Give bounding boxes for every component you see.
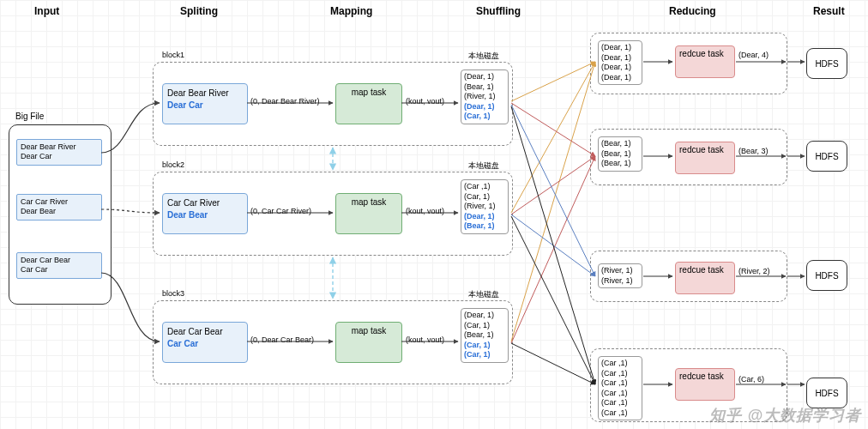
kv: (Dear, 1) — [601, 43, 639, 53]
split-box: Dear Bear River Dear Car — [162, 83, 248, 124]
disk-label: 本地磁盘 — [468, 289, 499, 300]
kv: (Bear, 1) — [464, 330, 505, 341]
kv: (Car, 1) — [464, 350, 505, 360]
kv: (Car, 1) — [464, 321, 505, 331]
kv: (Dear, 1) — [464, 102, 505, 112]
split-line: Car Car River — [167, 197, 243, 209]
header-splitting: Spliting — [180, 5, 218, 17]
input-block-1: Dear Bear River Dear Car — [16, 139, 102, 166]
kv: (River, 1) — [601, 266, 639, 276]
kv: (River, 1) — [601, 276, 639, 287]
disk-label: 本地磁盘 — [468, 160, 499, 172]
map-output-list: (Car ,1) (Car, 1) (River, 1) (Dear, 1) (… — [461, 179, 509, 234]
kv: (Car ,1) — [601, 359, 639, 369]
reduce-task: redcue task — [675, 368, 735, 401]
split-line: Dear Car Bear — [167, 326, 243, 338]
reduce-output: (River, 2) — [738, 267, 770, 275]
header-result: Result — [813, 5, 845, 17]
split-line2: Dear Bear — [167, 209, 243, 221]
input-block-3: Dear Car Bear Car Car — [16, 252, 102, 279]
kv-output: (kout, vout) — [406, 335, 444, 344]
kv: (Dear, 1) — [601, 63, 639, 73]
reduce-input: (River, 1) (River, 1) — [598, 263, 642, 288]
map-output-list: (Dear, 1) (Bear, 1) (River, 1) (Dear, 1)… — [461, 69, 509, 124]
kv: (Bear, 1) — [464, 82, 505, 93]
kv: (Dear, 1) — [601, 73, 639, 83]
split-line2: Dear Car — [167, 100, 243, 112]
header-input: Input — [34, 5, 59, 17]
split-box: Car Car River Dear Bear — [162, 193, 248, 234]
hdfs-box: HDFS — [806, 48, 847, 79]
split-block-2: block2 本地磁盘 Car Car River Dear Bear (0, … — [153, 172, 513, 256]
block-label: block1 — [162, 51, 184, 59]
reduce-output: (Dear, 4) — [738, 51, 769, 59]
map-task: map task — [335, 193, 402, 234]
map-task: map task — [335, 83, 402, 124]
block-label: block3 — [162, 289, 184, 298]
reduce-task: redcue task — [675, 45, 735, 78]
big-file-label: Big File — [15, 112, 44, 121]
header-shuffling: Shuffling — [476, 5, 521, 17]
kv: (Car, 1) — [464, 341, 505, 351]
split-block-1: block1 本地磁盘 Dear Bear River Dear Car (0,… — [153, 62, 513, 146]
input-line: Dear Bear — [21, 207, 98, 216]
map-task: map task — [335, 322, 402, 363]
kv-input: (0, Dear Bear River) — [250, 97, 320, 106]
big-file: Dear Bear River Dear Car Car Car River D… — [9, 124, 112, 305]
reduce-block-river: (River, 1) (River, 1) redcue task (River… — [590, 251, 787, 302]
split-line: Dear Bear River — [167, 88, 243, 100]
kv: (Dear, 1) — [464, 311, 505, 321]
reduce-input: (Bear, 1) (Bear, 1) (Bear, 1) — [598, 136, 642, 172]
kv: (Car ,1) — [601, 408, 639, 419]
kv-input: (0, Dear Car Bear) — [250, 335, 314, 344]
kv: (River, 1) — [464, 202, 505, 212]
reduce-block-dear: (Dear, 1) (Dear, 1) (Dear, 1) (Dear, 1) … — [590, 33, 787, 94]
kv-input: (0, Car Car River) — [250, 207, 311, 215]
reduce-output: (Bear, 3) — [738, 147, 769, 155]
kv: (Car ,1) — [601, 369, 639, 379]
reduce-block-bear: (Bear, 1) (Bear, 1) (Bear, 1) redcue tas… — [590, 129, 787, 185]
block-label: block2 — [162, 160, 184, 169]
kv: (Car ,1) — [601, 389, 639, 399]
kv: (Dear, 1) — [601, 53, 639, 63]
header-reducing: Reducing — [669, 5, 716, 17]
input-line: Car Car — [21, 265, 98, 275]
watermark: 知乎 @大数据学习者 — [709, 405, 861, 426]
hdfs-box: HDFS — [806, 378, 847, 408]
input-line: Dear Bear River — [21, 142, 98, 152]
kv: (Dear, 1) — [464, 212, 505, 222]
kv-output: (kout, vout) — [406, 207, 444, 215]
kv: (Bear, 1) — [601, 139, 639, 149]
input-line: Dear Car — [21, 152, 98, 161]
split-block-3: block3 本地磁盘 Dear Car Bear Car Car (0, De… — [153, 300, 513, 384]
kv: (Car, 1) — [464, 112, 505, 122]
kv: (Bear, 1) — [464, 221, 505, 232]
kv-output: (kout, vout) — [406, 97, 444, 106]
kv: (Bear, 1) — [601, 149, 639, 160]
kv: (Car ,1) — [464, 182, 505, 192]
reduce-task: redcue task — [675, 262, 735, 294]
reduce-task: redcue task — [675, 142, 735, 174]
kv: (Car, 1) — [464, 192, 505, 202]
split-box: Dear Car Bear Car Car — [162, 322, 248, 363]
reduce-output: (Car, 6) — [738, 375, 764, 384]
split-line2: Car Car — [167, 338, 243, 350]
kv: (Car ,1) — [601, 398, 639, 408]
kv: (River, 1) — [464, 92, 505, 102]
kv: (Bear, 1) — [601, 159, 639, 169]
map-output-list: (Dear, 1) (Car, 1) (Bear, 1) (Car, 1) (C… — [461, 308, 509, 363]
header-mapping: Mapping — [330, 5, 372, 17]
hdfs-box: HDFS — [806, 260, 847, 291]
input-line: Car Car River — [21, 197, 98, 207]
kv: (Car ,1) — [601, 378, 639, 389]
reduce-input: (Dear, 1) (Dear, 1) (Dear, 1) (Dear, 1) — [598, 40, 642, 85]
hdfs-box: HDFS — [806, 141, 847, 172]
input-line: Dear Car Bear — [21, 256, 98, 265]
disk-label: 本地磁盘 — [468, 51, 499, 62]
input-block-2: Car Car River Dear Bear — [16, 194, 102, 221]
reduce-input: (Car ,1) (Car ,1) (Car ,1) (Car ,1) (Car… — [598, 356, 642, 420]
kv: (Dear, 1) — [464, 72, 505, 82]
